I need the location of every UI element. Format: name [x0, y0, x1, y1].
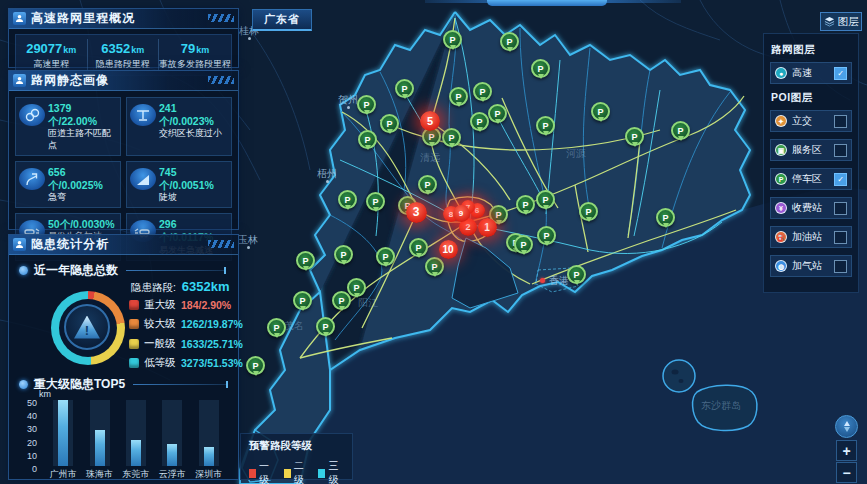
parking-poi-marker[interactable]: P: [579, 202, 598, 221]
bar-category-label: 珠海市: [86, 468, 113, 481]
poi-pin-icon: ¥: [775, 202, 787, 214]
city-dot: [248, 37, 251, 40]
static-profile-title: 路网静态画像: [31, 72, 109, 89]
map-tilt-control[interactable]: [835, 415, 858, 438]
stat-value: 79: [181, 41, 195, 56]
layers-button[interactable]: 图层: [820, 12, 862, 31]
parking-poi-marker[interactable]: P: [671, 121, 690, 140]
profile-card: 241个/0.0023%交织区长度过小: [126, 97, 232, 156]
stat-value: 6352: [101, 41, 130, 56]
parking-poi-marker[interactable]: P: [246, 356, 265, 375]
region-button[interactable]: 广东省: [252, 9, 312, 31]
layer-row-加油站[interactable]: ⛽加油站: [770, 226, 852, 248]
parking-poi-marker[interactable]: P: [500, 32, 519, 51]
layer-checkbox[interactable]: ✓: [834, 67, 847, 80]
parking-poi-marker[interactable]: P: [332, 291, 351, 310]
parking-poi-marker[interactable]: P: [425, 257, 444, 276]
bar-track: [53, 400, 73, 466]
layer-row-服务区[interactable]: ▣服务区: [770, 139, 852, 161]
island-spot: [679, 379, 684, 383]
hazard-marker-10[interactable]: 10: [439, 240, 458, 259]
layer-checkbox[interactable]: [834, 260, 847, 273]
parking-poi-marker[interactable]: P: [296, 251, 315, 270]
layer-label: 加气站: [792, 259, 834, 273]
parking-poi-marker[interactable]: P: [293, 291, 312, 310]
layer-row-收费站[interactable]: ¥收费站: [770, 197, 852, 219]
hazard-marker-1[interactable]: 1: [478, 218, 497, 237]
hazard-level-row: 较大级1262/19.87%: [129, 315, 243, 335]
parking-poi-marker[interactable]: P: [531, 59, 550, 78]
hazard-marker-9[interactable]: 9: [453, 205, 470, 222]
warning-legend-panel: 预警路段等级 一级二级三级: [240, 433, 353, 480]
parking-poi-marker[interactable]: P: [380, 114, 399, 133]
parking-poi-marker[interactable]: P: [334, 245, 353, 264]
parking-poi-marker[interactable]: P: [536, 116, 555, 135]
layer-checkbox[interactable]: [834, 231, 847, 244]
parking-poi-marker[interactable]: P: [376, 247, 395, 266]
city-dot: [247, 246, 250, 249]
warning-legend-item: 一级: [249, 459, 275, 484]
parking-poi-marker[interactable]: P: [488, 104, 507, 123]
bar-track: [126, 400, 146, 466]
parking-poi-marker[interactable]: P: [536, 190, 555, 209]
layer-checkbox[interactable]: ✓: [834, 173, 847, 186]
bar-value[interactable]: [204, 447, 214, 466]
profile-card: 1379个/22.00%匝道主路不匹配点: [15, 97, 121, 156]
layer-label: 服务区: [792, 143, 834, 157]
layer-row-停车区[interactable]: P停车区✓: [770, 168, 852, 190]
layer-checkbox[interactable]: [834, 202, 847, 215]
city-label-东沙群岛: 东沙群岛: [701, 399, 741, 413]
parking-poi-marker[interactable]: P: [443, 30, 462, 49]
parking-poi-marker[interactable]: P: [591, 102, 610, 121]
parking-poi-marker[interactable]: P: [418, 175, 437, 194]
y-tick-label: 40: [27, 411, 37, 421]
parking-poi-marker[interactable]: P: [338, 190, 357, 209]
layer-checkbox[interactable]: [834, 115, 847, 128]
parking-poi-marker[interactable]: P: [358, 130, 377, 149]
warning-label: 一级: [259, 459, 275, 484]
road-layers-list: ●高速✓: [770, 62, 852, 84]
hazard-segment-label: 隐患路段:: [131, 281, 176, 293]
steep-slope-icon: [130, 168, 156, 190]
parking-poi-marker[interactable]: P: [514, 235, 533, 254]
sharp-curve-icon: [19, 168, 45, 190]
parking-poi-marker[interactable]: P: [357, 95, 376, 114]
parking-poi-marker[interactable]: P: [473, 82, 492, 101]
layer-checkbox[interactable]: [834, 144, 847, 157]
layer-row-加气站[interactable]: ◍加气站: [770, 255, 852, 277]
zoom-out-button[interactable]: −: [836, 462, 857, 483]
layer-label: 加油站: [792, 230, 834, 244]
hazard-marker-5[interactable]: 5: [420, 111, 440, 131]
parking-poi-marker[interactable]: P: [516, 195, 535, 214]
bar-chart-categories: 广州市珠海市东莞市云浮市深圳市: [45, 468, 227, 481]
ramp-mismatch-icon: [19, 104, 45, 126]
bar-value[interactable]: [95, 430, 105, 466]
parking-poi-marker[interactable]: P: [316, 317, 335, 336]
layer-label: 收费站: [792, 201, 834, 215]
y-tick-label: 30: [27, 424, 37, 434]
layer-row-高速[interactable]: ●高速✓: [770, 62, 852, 84]
bar-value[interactable]: [167, 444, 177, 466]
profile-label: 急弯: [48, 192, 118, 203]
poi-pin-icon: ●: [775, 67, 787, 79]
parking-poi-marker[interactable]: P: [567, 265, 586, 284]
panel-person-icon: [13, 74, 26, 87]
hazard-marker-3[interactable]: 3: [406, 202, 427, 223]
parking-poi-marker[interactable]: P: [409, 238, 428, 257]
parking-poi-marker[interactable]: P: [366, 192, 385, 211]
panel-person-icon: [13, 238, 26, 251]
zoom-in-button[interactable]: +: [836, 440, 857, 461]
parking-poi-marker[interactable]: P: [442, 128, 461, 147]
parking-poi-marker[interactable]: P: [395, 79, 414, 98]
parking-poi-marker[interactable]: P: [470, 112, 489, 131]
parking-poi-marker[interactable]: P: [625, 127, 644, 146]
parking-poi-marker[interactable]: P: [537, 226, 556, 245]
level-value: 184/2.90%: [181, 299, 231, 311]
parking-poi-marker[interactable]: P: [656, 208, 675, 227]
layer-row-立交[interactable]: ✦立交: [770, 110, 852, 132]
parking-poi-marker[interactable]: P: [267, 318, 286, 337]
parking-poi-marker[interactable]: P: [449, 87, 468, 106]
parking-poi-marker[interactable]: P: [347, 278, 366, 297]
bar-value[interactable]: [131, 440, 141, 466]
bar-value[interactable]: [58, 400, 68, 466]
